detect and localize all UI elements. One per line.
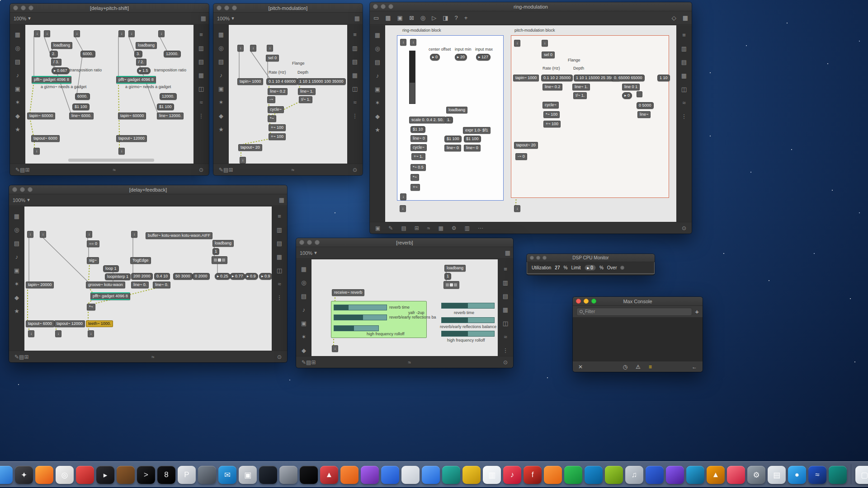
inlet-outlet-box[interactable]: ↓ <box>128 30 135 37</box>
toolbar-icon[interactable]: ★ <box>14 308 19 314</box>
object-box[interactable]: !/~ 1. <box>299 96 312 103</box>
history-icon[interactable]: ◷ <box>623 364 627 370</box>
toolbar-icon[interactable]: ◫ <box>352 85 358 92</box>
traffic-lights[interactable] <box>373 4 393 9</box>
object-box[interactable]: / 3. <box>51 59 61 66</box>
clear-icon[interactable]: ✕ <box>578 364 583 370</box>
message-box[interactable]: 0.1 10 2 35000 <box>541 75 573 81</box>
dock-icon[interactable] <box>666 466 684 484</box>
inlet-outlet-box[interactable]: ↓ <box>118 30 125 37</box>
object-box[interactable]: line~ 0 <box>464 145 481 151</box>
object-box[interactable]: !/~ 1. <box>573 92 587 99</box>
toolbar-icon[interactable]: ♪ <box>15 253 19 260</box>
inlet-outlet-box[interactable]: ↓ <box>33 148 40 155</box>
toolbar-icon[interactable]: ≈ <box>199 99 203 106</box>
object-box[interactable]: line~ 6000. <box>69 113 94 119</box>
toggle-box[interactable] <box>443 281 459 289</box>
toolbar-icon[interactable]: ✎ <box>219 167 223 173</box>
toolbar-icon[interactable]: ▦ <box>385 14 391 21</box>
dock-icon[interactable]: ● <box>788 466 806 484</box>
toolbar-icon[interactable]: ⋮ <box>352 113 358 119</box>
object-box[interactable]: == 0 <box>87 240 99 247</box>
filter-input[interactable] <box>585 309 689 314</box>
toolbar-icon[interactable]: ⋮ <box>198 113 204 119</box>
object-box[interactable]: tapin~ 1000 <box>237 78 263 85</box>
toolbar-icon[interactable]: ◫ <box>198 85 204 92</box>
toolbar-icon[interactable]: ▤ <box>503 293 508 300</box>
toolbar-icon[interactable]: ▤ <box>277 240 282 247</box>
close-icon[interactable] <box>530 256 534 260</box>
dock-icon[interactable] <box>117 466 135 484</box>
object-box[interactable]: +~ <box>410 184 420 191</box>
toolbar-icon[interactable]: ▥ <box>465 225 470 231</box>
toolbar-icon[interactable]: ★ <box>375 127 380 133</box>
object-box[interactable]: expr 1.0- $f1 <box>463 127 491 134</box>
toolbar-icon[interactable]: ◫ <box>277 267 282 274</box>
dock-icon[interactable]: ▣ <box>239 466 257 484</box>
toolbar-icon[interactable]: ✶ <box>14 281 19 287</box>
close-icon[interactable] <box>13 5 18 10</box>
toolbar-icon[interactable]: ▦ <box>301 266 307 272</box>
message-box[interactable]: 0.4 10 <box>154 273 170 280</box>
toolbar-icon[interactable]: ≡ <box>353 31 357 38</box>
toolbar-icon[interactable]: ▣ <box>301 320 307 327</box>
number-box[interactable]: ▸ 0 <box>430 54 440 61</box>
dock-icon[interactable]: ✉ <box>218 466 236 484</box>
toolbar-icon[interactable]: ⊙ <box>277 354 282 360</box>
object-box[interactable]: line~ 0. <box>153 282 170 288</box>
chevron-down-icon[interactable]: ▾ <box>314 250 317 256</box>
object-box[interactable]: loadbang <box>446 107 467 113</box>
toolbar-icon[interactable]: ≈ <box>353 99 356 106</box>
zoom-window-icon[interactable] <box>388 4 393 9</box>
message-box[interactable]: 1 10 <box>657 75 670 81</box>
titlebar[interactable]: [delay+pitch-shift] <box>10 4 209 13</box>
object-box[interactable]: -~ <box>267 96 275 103</box>
dock-icon[interactable]: ♫ <box>625 466 643 484</box>
toolbar-icon[interactable]: ⊞ <box>415 225 419 231</box>
inlet-outlet-box[interactable]: ↓ <box>118 148 125 155</box>
toolbar-icon[interactable]: ◎ <box>15 45 20 52</box>
toolbar-icon[interactable]: ◆ <box>375 113 380 120</box>
toolbar-icon[interactable]: ◎ <box>420 14 425 21</box>
horizontal-slider[interactable] <box>441 317 495 323</box>
traffic-lights[interactable] <box>530 256 547 260</box>
warning-icon[interactable]: ⚠ <box>636 364 641 370</box>
close-icon[interactable] <box>576 299 581 304</box>
object-box[interactable]: tapout~ 6000 <box>26 320 54 327</box>
horizontal-slider[interactable] <box>441 331 495 337</box>
dock-icon[interactable] <box>300 466 318 484</box>
message-box[interactable]: 200 2000 <box>131 273 153 280</box>
toolbar-icon[interactable]: ◆ <box>14 294 19 301</box>
dock-icon[interactable] <box>462 466 481 484</box>
pfft-object-box[interactable]: pfft~ gadget 4096 8 <box>116 76 156 84</box>
dock-icon[interactable]: ▢ <box>855 466 868 484</box>
titlebar[interactable]: Max Console <box>573 297 703 306</box>
toolbar-icon[interactable]: ≈ <box>291 167 294 173</box>
toolbar-icon[interactable]: ⊙ <box>353 167 357 173</box>
toolbar-icon[interactable]: ▤ <box>301 293 307 300</box>
zoom-window-icon[interactable] <box>542 256 547 260</box>
inlet-outlet-box[interactable]: ↓ <box>267 45 273 52</box>
toolbar-icon[interactable]: ▭ <box>373 14 379 21</box>
object-box[interactable]: line~ 0. <box>131 282 149 288</box>
chevron-down-icon[interactable]: ▾ <box>27 197 30 203</box>
toolbar-icon[interactable]: ▤ <box>19 354 24 360</box>
toolbar-icon[interactable]: ▷ <box>432 14 436 21</box>
toolbar-icon[interactable]: ≡ <box>278 213 281 220</box>
object-box[interactable]: / 2. <box>136 59 146 66</box>
dock-icon[interactable] <box>605 466 623 484</box>
power-icon[interactable]: ⊙ <box>277 354 282 360</box>
close-icon[interactable] <box>12 187 17 192</box>
toolbar-icon[interactable]: ✶ <box>15 99 20 106</box>
toolbar-icon[interactable]: ≈ <box>151 354 155 360</box>
patcher-canvas[interactable]: ↓↓↓sel 0FlangeRate (Hz)Depthtapin~ 10000… <box>229 25 347 164</box>
stack-icon[interactable]: ≡ <box>649 364 652 370</box>
toolbar-icon[interactable]: ◆ <box>219 113 223 119</box>
number-box[interactable]: ▸ 0.77 <box>230 273 245 280</box>
zoom-window-icon[interactable] <box>315 240 320 245</box>
inlet-outlet-box[interactable]: ↓ <box>410 39 416 46</box>
inlet-outlet-box[interactable]: ↓ <box>40 231 46 238</box>
toolbar-icon[interactable]: ♪ <box>376 72 379 79</box>
toolbar-icon[interactable]: ▤ <box>681 59 687 66</box>
number-box[interactable]: ▸ 1.5 <box>137 67 151 74</box>
